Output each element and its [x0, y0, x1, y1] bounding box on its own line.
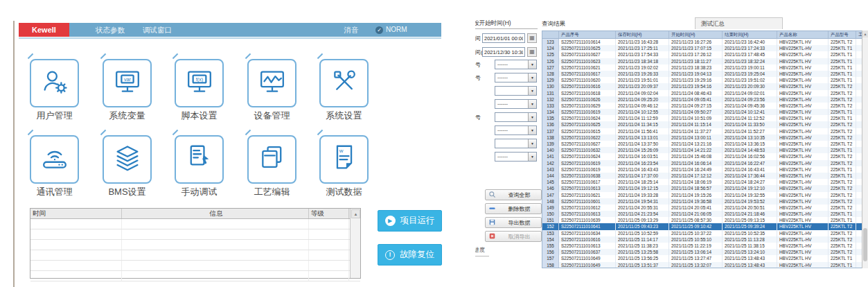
scroll-up-icon[interactable]: ▲ [351, 209, 360, 218]
cell: 2021/11/25 11:13:28 [723, 236, 777, 243]
calendar-icon[interactable]: ▦ [527, 47, 537, 57]
table-row[interactable]: 124S2250721110106252021/11/23 17:25:1120… [542, 45, 867, 51]
button-search[interactable]: 查询全部 [485, 189, 542, 200]
log-table-row[interactable] [30, 271, 360, 281]
table-row[interactable]: 154S2250721110106162021/11/25 11:14:1720… [542, 236, 867, 243]
chevron-down-icon[interactable]: ▼ [528, 113, 536, 121]
table-row[interactable]: 146S2250721110106132021/11/24 19:12:1520… [542, 185, 867, 191]
cell: 225KTL T1 [829, 109, 856, 115]
table-row[interactable]: 141S2250721110106242021/11/24 16:03:5120… [542, 153, 867, 159]
tile-user-gear[interactable] [30, 59, 79, 107]
tab-test-summary[interactable]: 测试汇总 [695, 17, 783, 29]
project-run-button[interactable]: ▶ 项目运行 [378, 210, 442, 232]
table-row[interactable]: 158S2250721110106492021/11/25 13:51:3720… [542, 262, 867, 268]
filter-dropdown[interactable]: ------▼ [495, 60, 537, 69]
filter-dropdown[interactable]: ------▼ [495, 125, 537, 135]
table-row[interactable]: 138S2250721110106222021/11/24 13:13:0120… [542, 134, 867, 141]
end-time-input[interactable] [482, 47, 525, 57]
chevron-down-icon[interactable]: ▼ [528, 87, 536, 95]
tile-monitor-fx[interactable]: f(x) [175, 59, 224, 107]
table-row[interactable]: 144S2250721110106382021/11/24 17:37:0020… [542, 173, 867, 179]
table-row[interactable]: 132S2250721110106262021/11/24 09:25:2020… [542, 96, 867, 103]
table-row[interactable]: 131S2250721110106182021/11/24 09:02:0420… [542, 90, 867, 96]
filter-dropdown[interactable]: ------▼ [495, 99, 537, 109]
table-row[interactable]: 156S2250721110106372021/11/25 13:25:5820… [542, 249, 867, 255]
table-row[interactable]: 135S2250721110106242021/11/24 11:12:5920… [542, 115, 867, 121]
chevron-down-icon[interactable]: ▼ [528, 100, 536, 108]
log-table-scrollbar[interactable]: ▲ [350, 209, 360, 278]
table-row[interactable]: 130S2250721110106162021/11/23 20:09:3720… [542, 83, 867, 89]
button-cancel[interactable]: 取消导出 [485, 231, 542, 242]
tile-monitor-var[interactable]: var [103, 59, 152, 107]
chevron-down-icon[interactable]: ▼ [528, 153, 536, 161]
tile-folders[interactable] [247, 135, 296, 184]
results-table-scrollbar[interactable]: ▲ [862, 31, 868, 268]
filter-dropdown[interactable]: ▼ [495, 86, 537, 96]
tile-monitor-wave[interactable] [247, 59, 296, 107]
chevron-down-icon[interactable]: ▼ [528, 126, 536, 134]
tab-debug-window[interactable]: 调试窗口 [136, 23, 179, 37]
filter-dropdown[interactable]: ▼ [495, 112, 537, 122]
table-row[interactable]: 133S2250721110106292021/11/24 09:46:1220… [542, 103, 867, 109]
cell: 225KTL T2 [829, 103, 856, 109]
tab-status-params[interactable]: 状态参数 [89, 23, 132, 37]
table-row[interactable]: 139S2250721110106272021/11/24 13:37:5020… [542, 141, 867, 147]
chevron-down-icon[interactable]: ▼ [528, 139, 536, 148]
filter-label: 设备型号 [475, 74, 482, 82]
table-row[interactable]: 143S2250721110106192021/11/24 16:43:4320… [542, 166, 867, 173]
calendar-icon[interactable]: ▦ [527, 33, 537, 43]
table-row[interactable]: 151S2250721110106392021/11/25 09:13:2920… [542, 217, 867, 223]
button-export[interactable]: 导出数据 [485, 217, 542, 228]
tile-layers[interactable] [103, 135, 152, 184]
table-row[interactable]: 142S2250721110106192021/11/24 16:23:5420… [542, 160, 867, 166]
cell: 154 [542, 236, 559, 243]
tile-doc-report[interactable]: w [319, 135, 369, 184]
tile-doc-hand[interactable] [175, 135, 224, 184]
mute-button[interactable]: 消音 [339, 23, 363, 37]
table-row[interactable]: 137S2250721110106152021/11/24 11:56:4120… [542, 128, 867, 134]
cell: 2021/11/25 10:55:10 [669, 236, 723, 243]
log-table-row[interactable] [30, 240, 360, 250]
table-row[interactable]: 127S2250721110106212021/11/23 19:02:0220… [542, 64, 867, 71]
brand-tab-kewell[interactable]: Kewell [19, 23, 69, 37]
cell: 2021/11/24 16:23:54 [616, 160, 669, 166]
table-row[interactable]: 126S2250721110106232021/11/23 18:34:1820… [542, 58, 867, 64]
filter-dropdown[interactable]: ▼ [495, 139, 537, 148]
table-row[interactable]: 129S2250721110106202021/11/23 19:51:0120… [542, 77, 867, 83]
table-row[interactable]: 149S2250721110106122021/11/24 20:55:3120… [542, 205, 867, 211]
cell: 2021/11/24 09:46:12 [616, 103, 669, 109]
table-row[interactable]: 157S2250721110106492021/11/25 13:56:2520… [542, 255, 867, 261]
table-row[interactable]: 148S2250721110106012021/11/24 19:54:3120… [542, 198, 867, 205]
scroll-thumb[interactable] [863, 228, 867, 261]
cell: S225072111010620 [559, 77, 616, 83]
query-results-label: 查询结果 [542, 20, 565, 28]
scroll-up-icon[interactable]: ▲ [862, 31, 868, 37]
table-row[interactable]: 147S2250721110106212021/11/24 19:33:2820… [542, 192, 867, 198]
table-row[interactable]: 123S2250721110106142021/11/23 16:43:2820… [542, 39, 867, 45]
log-table-row[interactable] [30, 250, 360, 261]
cell: 2021/11/24 19:54:31 [616, 198, 669, 205]
button-minus[interactable]: 删除数据 [485, 203, 542, 214]
filter-dropdown[interactable]: ------▼ [495, 152, 537, 162]
table-row[interactable]: 155S2250721110106132021/11/25 11:38:2320… [542, 243, 867, 249]
table-row[interactable]: 152S2250721110106412021/11/25 09:43:2320… [542, 223, 867, 229]
log-table-row[interactable] [30, 219, 360, 229]
tile-router-wifi[interactable] [30, 135, 79, 184]
filter-dropdown[interactable]: ------▼ [495, 73, 537, 82]
table-row[interactable]: 134S2250721110106192021/11/24 10:12:5520… [542, 109, 867, 115]
log-table-row[interactable] [30, 229, 360, 240]
fault-reset-button[interactable]: ! 故障复位 [378, 244, 442, 266]
chevron-down-icon[interactable]: ▼ [528, 60, 536, 69]
start-time-input[interactable] [482, 33, 525, 43]
tile-tools[interactable] [319, 59, 369, 107]
table-row[interactable]: 140S2250721110106322021/11/24 15:26:0920… [542, 147, 867, 153]
table-row[interactable]: 145S2250721110106172021/11/24 18:25:1420… [542, 179, 867, 185]
table-row[interactable]: 153S2250721110106342021/11/25 10:52:5920… [542, 230, 867, 236]
table-row[interactable]: 150S2250721110106132021/11/24 21:23:5420… [542, 211, 867, 217]
log-table-row[interactable] [30, 261, 360, 271]
cell: S225072111010624 [559, 115, 616, 121]
table-row[interactable]: 125S2250721110106272021/11/23 17:54:3320… [542, 51, 867, 58]
table-row[interactable]: 128S2250721110106172021/11/23 19:26:3320… [542, 71, 867, 77]
table-row[interactable]: 136S2250721110106252021/11/24 11:34:1520… [542, 121, 867, 128]
chevron-down-icon[interactable]: ▼ [528, 73, 536, 82]
